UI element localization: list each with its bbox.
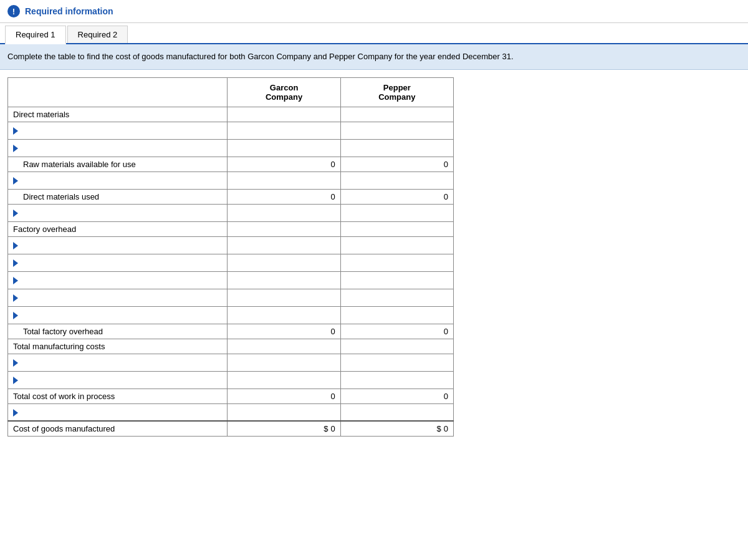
table-row (8, 371, 454, 389)
tabs-row: Required 1 Required 2 (0, 26, 748, 44)
input-pepper-fo2[interactable] (398, 258, 448, 268)
row-label-direct-materials: Direct materials (8, 107, 228, 122)
input-pepper-wip2[interactable] (398, 375, 448, 385)
table-row: Total factory overhead 0 0 (8, 324, 454, 339)
input-garcon-fo5[interactable] (285, 311, 335, 320)
input-garcon-wip2[interactable] (285, 375, 335, 385)
arrow-icon (13, 242, 18, 249)
input-pepper-fo5[interactable] (398, 311, 448, 320)
top-bar: ! Required information (0, 0, 748, 23)
tab-required2[interactable]: Required 2 (67, 26, 128, 43)
table-row (8, 271, 454, 289)
row-label-total-factory-overhead: Total factory overhead (8, 324, 228, 339)
row-label-direct-materials-used: Direct materials used (8, 189, 228, 204)
arrow-icon (13, 177, 18, 185)
value-garcon-twip: 0 (330, 392, 335, 401)
input-pepper-fo1[interactable] (398, 241, 448, 250)
table-row: Factory overhead (8, 221, 454, 236)
row-label-raw-materials: Raw materials available for use (8, 157, 228, 171)
arrow-icon (13, 312, 18, 319)
instruction-text: Complete the table to find the cost of g… (7, 52, 514, 61)
table-row: Direct materials used 0 0 (8, 189, 454, 204)
row-label-factory-overhead: Factory overhead (8, 221, 228, 236)
table-row (8, 354, 454, 371)
input-garcon-dm3[interactable] (285, 176, 335, 185)
arrow-icon (13, 210, 18, 217)
table-row (8, 204, 454, 221)
table-row (8, 289, 454, 306)
table-row (8, 122, 454, 139)
col-header-pepper: PepperCompany (340, 77, 453, 107)
cost-table: GarconCompany PepperCompany Direct mater… (7, 77, 454, 437)
arrow-icon (13, 259, 18, 267)
input-garcon-fo1[interactable] (285, 241, 335, 250)
row-label-total-manufacturing: Total manufacturing costs (8, 339, 228, 354)
row-label-total-wip: Total cost of work in process (8, 389, 228, 403)
arrow-icon (13, 409, 18, 417)
input-garcon-dm2[interactable] (285, 143, 335, 153)
value-pepper-tfo: 0 (444, 327, 448, 336)
cell-empty (340, 107, 453, 122)
table-row (8, 403, 454, 421)
table-row (8, 306, 454, 324)
arrow-icon (13, 277, 18, 284)
arrow-icon (13, 377, 18, 384)
value-pepper-raw: 0 (444, 160, 448, 169)
table-row: Raw materials available for use 0 0 (8, 157, 454, 171)
arrow-icon (13, 145, 18, 152)
tab-required1[interactable]: Required 1 (5, 26, 66, 44)
currency-pepper: $ (437, 424, 441, 433)
input-garcon-fo2[interactable] (285, 258, 335, 268)
input-garcon-fo3[interactable] (285, 276, 335, 285)
table-row (8, 254, 454, 271)
table-row: Cost of goods manufactured $ 0 $ 0 (8, 421, 454, 437)
input-garcon-dl[interactable] (285, 208, 335, 218)
value-pepper-twip: 0 (444, 392, 448, 401)
table-row (8, 236, 454, 254)
input-pepper-dl[interactable] (398, 208, 448, 218)
value-pepper-dmu: 0 (444, 192, 448, 201)
table-row: Total manufacturing costs (8, 339, 454, 354)
input-garcon-wip1[interactable] (285, 358, 335, 367)
value-garcon-dmu: 0 (330, 192, 335, 201)
table-row (8, 171, 454, 189)
table-row: Direct materials (8, 107, 454, 122)
input-pepper-dm3[interactable] (398, 176, 448, 185)
required-info-label: Required information (25, 6, 113, 16)
arrow-icon (13, 294, 18, 302)
cell-empty (228, 107, 340, 122)
table-container: GarconCompany PepperCompany Direct mater… (0, 70, 461, 445)
table-row (8, 139, 454, 157)
input-pepper-fo4[interactable] (398, 293, 448, 302)
input-pepper-dm2[interactable] (398, 143, 448, 153)
value-pepper-cogm: 0 (444, 424, 448, 433)
input-garcon-dm1[interactable] (285, 126, 335, 135)
currency-garcon: $ (324, 424, 328, 433)
input-pepper-dm1[interactable] (398, 126, 448, 135)
input-garcon-fo4[interactable] (285, 293, 335, 302)
input-garcon-ewip[interactable] (285, 407, 335, 417)
instruction-box: Complete the table to find the cost of g… (0, 44, 748, 70)
value-garcon-tfo: 0 (330, 327, 335, 336)
value-garcon-raw: 0 (330, 160, 335, 169)
alert-icon: ! (7, 5, 20, 17)
value-garcon-cogm: 0 (330, 424, 335, 433)
input-pepper-fo3[interactable] (398, 276, 448, 285)
row-label-cogm: Cost of goods manufactured (8, 421, 228, 437)
table-row: Total cost of work in process 0 0 (8, 389, 454, 403)
col-header-label (8, 77, 228, 107)
arrow-icon (13, 127, 18, 135)
input-pepper-ewip[interactable] (398, 407, 448, 417)
arrow-icon (13, 359, 18, 367)
col-header-garcon: GarconCompany (228, 77, 340, 107)
input-pepper-wip1[interactable] (398, 358, 448, 367)
